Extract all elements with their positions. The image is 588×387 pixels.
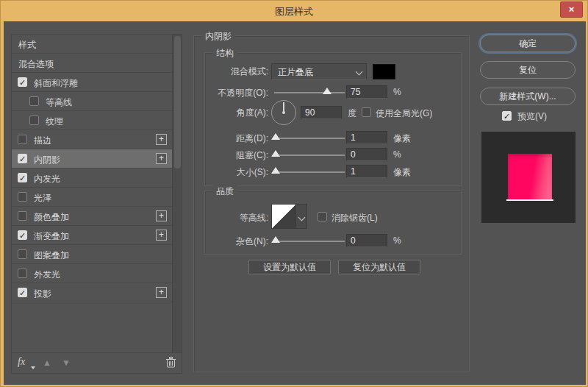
effect-row[interactable]: 内发光 <box>12 168 172 188</box>
effect-label: 光泽 <box>34 192 51 205</box>
effect-label: 内发光 <box>34 173 60 185</box>
effect-row[interactable]: 图案叠加 <box>12 245 172 264</box>
effect-label: 颜色叠加 <box>34 211 69 224</box>
size-input[interactable] <box>346 165 387 178</box>
effect-row[interactable]: 渐变叠加 <box>12 226 172 245</box>
shadow-color-swatch[interactable] <box>373 64 395 79</box>
choke-input[interactable] <box>346 148 387 161</box>
effects-list-footer: fx ▲ ▼ <box>12 352 182 373</box>
ok-button[interactable]: 确定 <box>480 35 576 52</box>
opacity-label: 不透明度(O): <box>180 87 268 99</box>
antialias-checkbox[interactable] <box>318 212 327 221</box>
dialog-content: 样式混合选项斜面和浮雕等高线纹理描边内阴影内发光光泽颜色叠加渐变叠加图案叠加外发… <box>4 21 586 385</box>
distance-slider-thumb[interactable] <box>271 133 280 140</box>
opacity-slider-track[interactable] <box>274 92 345 93</box>
titlebar[interactable]: 图层样式 × <box>1 1 587 21</box>
effect-row[interactable]: 内阴影 <box>12 149 172 168</box>
preview-checkbox[interactable] <box>502 111 512 121</box>
effect-checkbox[interactable] <box>18 288 27 297</box>
distance-input[interactable] <box>346 131 387 144</box>
effect-checkbox[interactable] <box>18 230 27 240</box>
effect-label: 等高线 <box>46 96 72 109</box>
add-effect-icon[interactable] <box>156 230 167 241</box>
effect-checkbox[interactable] <box>29 96 39 106</box>
blend-mode-label: 混合模式: <box>180 65 268 78</box>
angle-dial[interactable] <box>271 100 296 125</box>
add-effect-icon[interactable] <box>156 210 167 221</box>
style-preview-swatch <box>481 132 576 223</box>
preview-label: 预览(V) <box>517 110 547 123</box>
cancel-button[interactable]: 复位 <box>480 61 576 79</box>
global-light-checkbox[interactable] <box>362 107 371 117</box>
add-effect-icon[interactable] <box>156 153 167 164</box>
effect-row[interactable]: 光泽 <box>12 188 172 207</box>
effect-row[interactable]: 颜色叠加 <box>12 207 172 226</box>
effect-row[interactable]: 斜面和浮雕 <box>12 73 172 92</box>
effect-label: 样式 <box>18 39 36 52</box>
scrollbar-thumb[interactable] <box>174 36 181 168</box>
effect-checkbox[interactable] <box>18 77 27 87</box>
opacity-slider-thumb[interactable] <box>323 88 331 94</box>
angle-label: 角度(A): <box>180 107 268 119</box>
choke-slider-track[interactable] <box>274 155 345 156</box>
effect-checkbox[interactable] <box>18 173 27 182</box>
contour-label: 等高线: <box>180 212 268 224</box>
move-effect-down-icon[interactable]: ▼ <box>62 358 71 368</box>
effects-list: 样式混合选项斜面和浮雕等高线纹理描边内阴影内发光光泽颜色叠加渐变叠加图案叠加外发… <box>12 35 172 302</box>
chevron-down-icon <box>299 215 304 220</box>
effect-row[interactable]: 描边 <box>12 130 172 149</box>
angle-unit: 度 <box>348 107 356 120</box>
effect-checkbox[interactable] <box>18 135 27 144</box>
opacity-unit: % <box>393 87 401 97</box>
delete-effect-icon[interactable] <box>166 357 176 370</box>
add-effect-icon[interactable] <box>156 287 167 298</box>
antialias-label: 消除锯齿(L) <box>331 212 378 224</box>
distance-slider-track[interactable] <box>274 138 345 139</box>
noise-slider-track[interactable] <box>274 241 345 242</box>
effect-checkbox[interactable] <box>29 116 39 125</box>
effect-row[interactable]: 样式 <box>12 35 172 54</box>
effect-row[interactable]: 纹理 <box>12 111 172 130</box>
chevron-down-icon <box>356 69 362 74</box>
effect-row[interactable]: 外发光 <box>12 264 172 283</box>
size-unit: 像素 <box>393 166 411 179</box>
noise-input[interactable] <box>346 234 387 247</box>
fx-menu-button[interactable]: fx <box>18 356 25 368</box>
size-slider-track[interactable] <box>274 171 345 173</box>
distance-unit: 像素 <box>393 132 411 145</box>
effect-row[interactable]: 混合选项 <box>12 54 172 73</box>
angle-center-dot <box>282 111 285 114</box>
effect-label: 内阴影 <box>34 154 60 166</box>
add-effect-icon[interactable] <box>156 134 167 145</box>
size-slider-thumb[interactable] <box>271 167 280 174</box>
global-light-label: 使用全局光(G) <box>376 107 432 120</box>
move-effect-up-icon[interactable]: ▲ <box>43 358 51 368</box>
contour-picker[interactable] <box>271 204 296 229</box>
effect-checkbox[interactable] <box>18 211 27 221</box>
effect-checkbox[interactable] <box>18 192 27 202</box>
effects-list-scrollbar[interactable] <box>172 35 182 352</box>
make-default-button[interactable]: 设置为默认值 <box>248 260 331 274</box>
reset-default-button[interactable]: 复位为默认值 <box>338 260 420 274</box>
angle-input[interactable] <box>301 106 342 119</box>
layer-style-dialog: 图层样式 × 样式混合选项斜面和浮雕等高线纹理描边内阴影内发光光泽颜色叠加渐变叠… <box>0 0 588 387</box>
noise-unit: % <box>393 235 401 246</box>
close-button[interactable]: × <box>560 1 583 18</box>
quality-group-label: 品质 <box>212 185 237 198</box>
effect-row[interactable]: 等高线 <box>12 92 172 111</box>
effect-label: 混合选项 <box>18 58 54 71</box>
new-style-button[interactable]: 新建样式(W)... <box>480 88 576 105</box>
opacity-input[interactable] <box>346 85 387 99</box>
choke-label: 阻塞(C): <box>180 149 268 162</box>
effect-label: 渐变叠加 <box>34 230 69 243</box>
blend-mode-select[interactable]: 正片叠底 <box>271 63 367 79</box>
effect-checkbox[interactable] <box>18 249 27 259</box>
choke-slider-thumb[interactable] <box>271 150 280 157</box>
contour-picker-arrow[interactable] <box>296 204 307 229</box>
effect-label: 斜面和浮雕 <box>34 77 78 90</box>
noise-slider-thumb[interactable] <box>271 236 280 243</box>
effect-row[interactable]: 投影 <box>12 283 172 302</box>
effect-checkbox[interactable] <box>18 154 27 163</box>
effect-checkbox[interactable] <box>18 269 27 278</box>
dialog-title: 图层样式 <box>1 5 587 18</box>
